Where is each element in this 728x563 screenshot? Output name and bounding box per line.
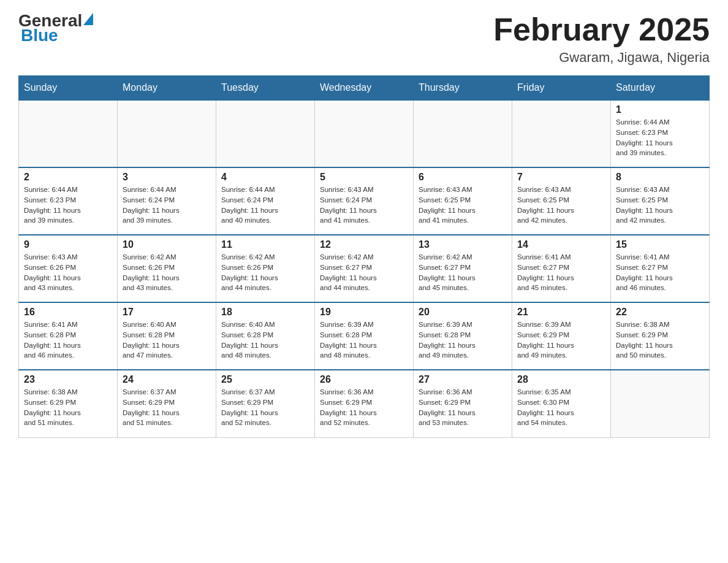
day-number: 6 [419, 172, 507, 183]
day-number: 27 [419, 374, 507, 385]
day-number: 14 [517, 239, 605, 250]
day-info: Sunrise: 6:43 AM Sunset: 6:25 PM Dayligh… [517, 185, 605, 226]
calendar-week-row: 1Sunrise: 6:44 AM Sunset: 6:23 PM Daylig… [19, 100, 710, 167]
calendar-cell [315, 100, 414, 167]
day-number: 19 [320, 307, 408, 318]
day-info: Sunrise: 6:44 AM Sunset: 6:24 PM Dayligh… [221, 185, 309, 226]
calendar-cell: 26Sunrise: 6:36 AM Sunset: 6:29 PM Dayli… [315, 370, 414, 437]
calendar-cell: 6Sunrise: 6:43 AM Sunset: 6:25 PM Daylig… [414, 167, 512, 235]
day-info: Sunrise: 6:36 AM Sunset: 6:29 PM Dayligh… [419, 387, 507, 428]
day-number: 1 [616, 104, 704, 115]
logo-blue-text: Blue [20, 27, 58, 44]
day-info: Sunrise: 6:36 AM Sunset: 6:29 PM Dayligh… [320, 387, 408, 428]
day-info: Sunrise: 6:38 AM Sunset: 6:29 PM Dayligh… [24, 387, 112, 428]
day-number: 2 [24, 172, 112, 183]
day-number: 16 [24, 307, 112, 318]
day-number: 15 [616, 239, 704, 250]
page-header: General Blue February 2025 Gwaram, Jigaw… [18, 12, 710, 66]
calendar-cell: 28Sunrise: 6:35 AM Sunset: 6:30 PM Dayli… [512, 370, 611, 437]
day-number: 18 [221, 307, 309, 318]
calendar-cell: 16Sunrise: 6:41 AM Sunset: 6:28 PM Dayli… [19, 302, 118, 370]
calendar-cell: 8Sunrise: 6:43 AM Sunset: 6:25 PM Daylig… [611, 167, 710, 235]
calendar-cell: 18Sunrise: 6:40 AM Sunset: 6:28 PM Dayli… [216, 302, 315, 370]
day-info: Sunrise: 6:43 AM Sunset: 6:24 PM Dayligh… [320, 185, 408, 226]
weekday-header-thursday: Thursday [414, 76, 512, 101]
calendar-week-row: 2Sunrise: 6:44 AM Sunset: 6:23 PM Daylig… [19, 167, 710, 235]
svg-marker-0 [83, 13, 93, 25]
calendar-cell [414, 100, 512, 167]
title-section: February 2025 Gwaram, Jigawa, Nigeria [493, 12, 710, 66]
calendar-cell: 14Sunrise: 6:41 AM Sunset: 6:27 PM Dayli… [512, 235, 611, 302]
calendar-cell [611, 370, 710, 437]
day-number: 11 [221, 239, 309, 250]
day-info: Sunrise: 6:37 AM Sunset: 6:29 PM Dayligh… [123, 387, 211, 428]
weekday-header-friday: Friday [512, 76, 611, 101]
day-info: Sunrise: 6:35 AM Sunset: 6:30 PM Dayligh… [517, 387, 605, 428]
day-info: Sunrise: 6:44 AM Sunset: 6:23 PM Dayligh… [24, 185, 112, 226]
day-number: 17 [123, 307, 211, 318]
day-number: 12 [320, 239, 408, 250]
day-number: 3 [123, 172, 211, 183]
calendar-cell: 2Sunrise: 6:44 AM Sunset: 6:23 PM Daylig… [19, 167, 118, 235]
day-info: Sunrise: 6:42 AM Sunset: 6:26 PM Dayligh… [221, 252, 309, 293]
day-info: Sunrise: 6:39 AM Sunset: 6:29 PM Dayligh… [517, 320, 605, 361]
weekday-header-wednesday: Wednesday [315, 76, 414, 101]
day-number: 21 [517, 307, 605, 318]
day-number: 28 [517, 374, 605, 385]
day-info: Sunrise: 6:37 AM Sunset: 6:29 PM Dayligh… [221, 387, 309, 428]
calendar-cell [512, 100, 611, 167]
calendar-cell: 17Sunrise: 6:40 AM Sunset: 6:28 PM Dayli… [118, 302, 216, 370]
calendar-week-row: 23Sunrise: 6:38 AM Sunset: 6:29 PM Dayli… [19, 370, 710, 437]
day-number: 24 [123, 374, 211, 385]
day-number: 23 [24, 374, 112, 385]
day-info: Sunrise: 6:40 AM Sunset: 6:28 PM Dayligh… [221, 320, 309, 361]
calendar-cell: 24Sunrise: 6:37 AM Sunset: 6:29 PM Dayli… [118, 370, 216, 437]
day-number: 7 [517, 172, 605, 183]
calendar-cell [19, 100, 118, 167]
calendar-cell: 20Sunrise: 6:39 AM Sunset: 6:28 PM Dayli… [414, 302, 512, 370]
day-number: 9 [24, 239, 112, 250]
day-number: 13 [419, 239, 507, 250]
calendar-cell: 1Sunrise: 6:44 AM Sunset: 6:23 PM Daylig… [611, 100, 710, 167]
calendar-cell: 9Sunrise: 6:43 AM Sunset: 6:26 PM Daylig… [19, 235, 118, 302]
day-info: Sunrise: 6:43 AM Sunset: 6:26 PM Dayligh… [24, 252, 112, 293]
day-info: Sunrise: 6:42 AM Sunset: 6:27 PM Dayligh… [320, 252, 408, 293]
logo-triangle-icon [83, 13, 93, 28]
day-info: Sunrise: 6:43 AM Sunset: 6:25 PM Dayligh… [419, 185, 507, 226]
day-info: Sunrise: 6:44 AM Sunset: 6:24 PM Dayligh… [123, 185, 211, 226]
weekday-header-sunday: Sunday [19, 76, 118, 101]
calendar-cell: 25Sunrise: 6:37 AM Sunset: 6:29 PM Dayli… [216, 370, 315, 437]
calendar-cell: 22Sunrise: 6:38 AM Sunset: 6:29 PM Dayli… [611, 302, 710, 370]
calendar-cell: 13Sunrise: 6:42 AM Sunset: 6:27 PM Dayli… [414, 235, 512, 302]
day-info: Sunrise: 6:41 AM Sunset: 6:27 PM Dayligh… [616, 252, 704, 293]
calendar-header-row: SundayMondayTuesdayWednesdayThursdayFrid… [19, 76, 710, 101]
day-number: 8 [616, 172, 704, 183]
logo: General Blue [18, 12, 93, 44]
day-info: Sunrise: 6:41 AM Sunset: 6:28 PM Dayligh… [24, 320, 112, 361]
calendar-cell: 12Sunrise: 6:42 AM Sunset: 6:27 PM Dayli… [315, 235, 414, 302]
calendar-week-row: 9Sunrise: 6:43 AM Sunset: 6:26 PM Daylig… [19, 235, 710, 302]
calendar-cell [216, 100, 315, 167]
day-info: Sunrise: 6:39 AM Sunset: 6:28 PM Dayligh… [419, 320, 507, 361]
day-number: 20 [419, 307, 507, 318]
calendar-week-row: 16Sunrise: 6:41 AM Sunset: 6:28 PM Dayli… [19, 302, 710, 370]
calendar-cell: 4Sunrise: 6:44 AM Sunset: 6:24 PM Daylig… [216, 167, 315, 235]
calendar-cell: 7Sunrise: 6:43 AM Sunset: 6:25 PM Daylig… [512, 167, 611, 235]
calendar-cell [118, 100, 216, 167]
month-title: February 2025 [493, 12, 710, 47]
day-number: 25 [221, 374, 309, 385]
calendar-cell: 15Sunrise: 6:41 AM Sunset: 6:27 PM Dayli… [611, 235, 710, 302]
calendar-cell: 23Sunrise: 6:38 AM Sunset: 6:29 PM Dayli… [19, 370, 118, 437]
day-info: Sunrise: 6:42 AM Sunset: 6:26 PM Dayligh… [123, 252, 211, 293]
location-title: Gwaram, Jigawa, Nigeria [493, 50, 710, 66]
calendar-cell: 10Sunrise: 6:42 AM Sunset: 6:26 PM Dayli… [118, 235, 216, 302]
day-info: Sunrise: 6:40 AM Sunset: 6:28 PM Dayligh… [123, 320, 211, 361]
day-info: Sunrise: 6:38 AM Sunset: 6:29 PM Dayligh… [616, 320, 704, 361]
calendar-table: SundayMondayTuesdayWednesdayThursdayFrid… [18, 75, 710, 438]
day-info: Sunrise: 6:44 AM Sunset: 6:23 PM Dayligh… [616, 117, 704, 158]
day-info: Sunrise: 6:41 AM Sunset: 6:27 PM Dayligh… [517, 252, 605, 293]
weekday-header-monday: Monday [118, 76, 216, 101]
calendar-cell: 19Sunrise: 6:39 AM Sunset: 6:28 PM Dayli… [315, 302, 414, 370]
calendar-cell: 21Sunrise: 6:39 AM Sunset: 6:29 PM Dayli… [512, 302, 611, 370]
weekday-header-saturday: Saturday [611, 76, 710, 101]
